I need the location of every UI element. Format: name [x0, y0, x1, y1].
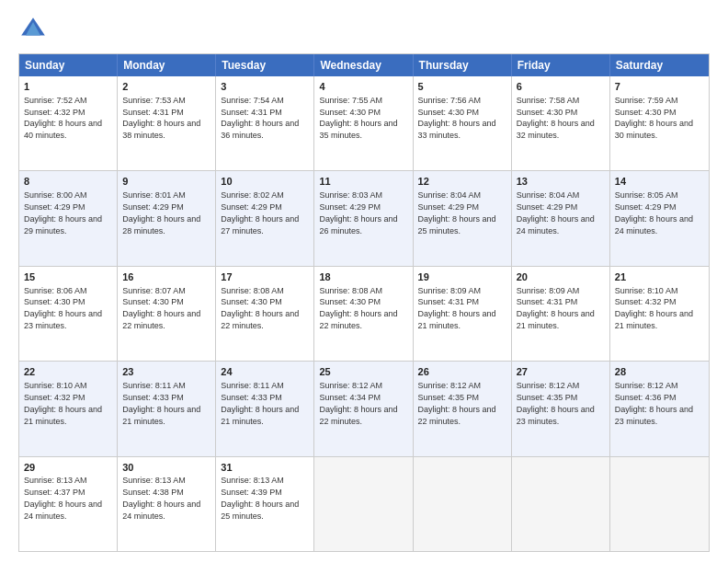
calendar-cell-25: 25Sunrise: 8:12 AM Sunset: 4:34 PM Dayli… — [314, 362, 413, 455]
day-number: 14 — [615, 175, 704, 189]
calendar-cell-empty-4-5 — [512, 457, 610, 551]
header-day-monday: Monday — [118, 54, 216, 76]
cell-info: Sunrise: 8:00 AM Sunset: 4:29 PM Dayligh… — [24, 190, 102, 235]
calendar-cell-16: 16Sunrise: 8:07 AM Sunset: 4:30 PM Dayli… — [118, 267, 216, 361]
calendar-cell-7: 7Sunrise: 7:59 AM Sunset: 4:30 PM Daylig… — [610, 76, 709, 170]
day-number: 5 — [418, 80, 506, 94]
calendar-cell-26: 26Sunrise: 8:12 AM Sunset: 4:35 PM Dayli… — [414, 362, 512, 455]
day-number: 20 — [517, 270, 605, 284]
cell-info: Sunrise: 8:10 AM Sunset: 4:32 PM Dayligh… — [615, 286, 693, 330]
calendar-cell-10: 10Sunrise: 8:02 AM Sunset: 4:29 PM Dayli… — [216, 171, 314, 265]
calendar-header: SundayMondayTuesdayWednesdayThursdayFrid… — [19, 54, 709, 76]
day-number: 27 — [517, 365, 605, 379]
day-number: 11 — [319, 175, 407, 189]
calendar-cell-31: 31Sunrise: 8:13 AM Sunset: 4:39 PM Dayli… — [216, 457, 314, 551]
calendar-row-4: 29Sunrise: 8:13 AM Sunset: 4:37 PM Dayli… — [19, 456, 709, 551]
day-number: 13 — [517, 175, 605, 189]
calendar-cell-4: 4Sunrise: 7:55 AM Sunset: 4:30 PM Daylig… — [314, 76, 413, 170]
cell-info: Sunrise: 8:10 AM Sunset: 4:32 PM Dayligh… — [24, 381, 102, 425]
calendar-cell-30: 30Sunrise: 8:13 AM Sunset: 4:38 PM Dayli… — [118, 457, 216, 551]
calendar-cell-28: 28Sunrise: 8:12 AM Sunset: 4:36 PM Dayli… — [610, 362, 709, 455]
day-number: 12 — [418, 175, 506, 189]
calendar-cell-3: 3Sunrise: 7:54 AM Sunset: 4:31 PM Daylig… — [216, 76, 314, 170]
header-day-tuesday: Tuesday — [216, 54, 314, 76]
day-number: 18 — [319, 270, 407, 284]
day-number: 3 — [221, 80, 309, 94]
calendar-cell-23: 23Sunrise: 8:11 AM Sunset: 4:33 PM Dayli… — [118, 362, 216, 455]
cell-info: Sunrise: 8:11 AM Sunset: 4:33 PM Dayligh… — [221, 381, 299, 425]
cell-info: Sunrise: 8:01 AM Sunset: 4:29 PM Dayligh… — [122, 190, 200, 235]
page: SundayMondayTuesdayWednesdayThursdayFrid… — [0, 0, 728, 563]
day-number: 7 — [615, 80, 704, 94]
calendar-cell-18: 18Sunrise: 8:08 AM Sunset: 4:30 PM Dayli… — [314, 267, 413, 361]
header — [18, 15, 710, 44]
cell-info: Sunrise: 7:55 AM Sunset: 4:30 PM Dayligh… — [319, 96, 397, 140]
calendar-row-0: 1Sunrise: 7:52 AM Sunset: 4:32 PM Daylig… — [19, 76, 709, 170]
day-number: 8 — [24, 175, 112, 189]
day-number: 6 — [517, 80, 605, 94]
cell-info: Sunrise: 7:52 AM Sunset: 4:32 PM Dayligh… — [24, 96, 102, 140]
cell-info: Sunrise: 8:13 AM Sunset: 4:37 PM Dayligh… — [24, 476, 102, 520]
day-number: 10 — [221, 175, 309, 189]
calendar-cell-6: 6Sunrise: 7:58 AM Sunset: 4:30 PM Daylig… — [512, 76, 610, 170]
day-number: 1 — [24, 80, 112, 94]
cell-info: Sunrise: 8:11 AM Sunset: 4:33 PM Dayligh… — [122, 381, 200, 425]
day-number: 26 — [418, 365, 506, 379]
header-day-sunday: Sunday — [19, 54, 118, 76]
calendar-cell-17: 17Sunrise: 8:08 AM Sunset: 4:30 PM Dayli… — [216, 267, 314, 361]
cell-info: Sunrise: 7:53 AM Sunset: 4:31 PM Dayligh… — [122, 96, 200, 140]
cell-info: Sunrise: 7:54 AM Sunset: 4:31 PM Dayligh… — [221, 96, 299, 140]
day-number: 19 — [418, 270, 506, 284]
calendar-cell-20: 20Sunrise: 8:09 AM Sunset: 4:31 PM Dayli… — [512, 267, 610, 361]
day-number: 29 — [24, 461, 112, 475]
calendar-cell-29: 29Sunrise: 8:13 AM Sunset: 4:37 PM Dayli… — [19, 457, 118, 551]
day-number: 16 — [122, 270, 210, 284]
logo-icon — [18, 15, 48, 44]
calendar-cell-empty-4-4 — [414, 457, 512, 551]
calendar-cell-19: 19Sunrise: 8:09 AM Sunset: 4:31 PM Dayli… — [414, 267, 512, 361]
cell-info: Sunrise: 7:56 AM Sunset: 4:30 PM Dayligh… — [418, 96, 496, 140]
cell-info: Sunrise: 8:08 AM Sunset: 4:30 PM Dayligh… — [221, 286, 299, 330]
cell-info: Sunrise: 8:12 AM Sunset: 4:35 PM Dayligh… — [517, 381, 595, 425]
calendar-cell-9: 9Sunrise: 8:01 AM Sunset: 4:29 PM Daylig… — [118, 171, 216, 265]
cell-info: Sunrise: 8:05 AM Sunset: 4:29 PM Dayligh… — [615, 190, 693, 235]
calendar-cell-8: 8Sunrise: 8:00 AM Sunset: 4:29 PM Daylig… — [19, 171, 118, 265]
calendar-cell-empty-4-3 — [314, 457, 413, 551]
day-number: 31 — [221, 461, 309, 475]
cell-info: Sunrise: 8:06 AM Sunset: 4:30 PM Dayligh… — [24, 286, 102, 330]
calendar-cell-27: 27Sunrise: 8:12 AM Sunset: 4:35 PM Dayli… — [512, 362, 610, 455]
day-number: 21 — [615, 270, 704, 284]
cell-info: Sunrise: 7:59 AM Sunset: 4:30 PM Dayligh… — [615, 96, 693, 140]
day-number: 24 — [221, 365, 309, 379]
calendar: SundayMondayTuesdayWednesdayThursdayFrid… — [18, 53, 710, 552]
calendar-cell-5: 5Sunrise: 7:56 AM Sunset: 4:30 PM Daylig… — [414, 76, 512, 170]
cell-info: Sunrise: 8:07 AM Sunset: 4:30 PM Dayligh… — [122, 286, 200, 330]
calendar-body: 1Sunrise: 7:52 AM Sunset: 4:32 PM Daylig… — [19, 76, 709, 551]
calendar-cell-empty-4-6 — [610, 457, 709, 551]
day-number: 9 — [122, 175, 210, 189]
cell-info: Sunrise: 8:08 AM Sunset: 4:30 PM Dayligh… — [319, 286, 397, 330]
cell-info: Sunrise: 8:04 AM Sunset: 4:29 PM Dayligh… — [517, 190, 595, 235]
day-number: 25 — [319, 365, 407, 379]
header-day-saturday: Saturday — [610, 54, 709, 76]
cell-info: Sunrise: 8:13 AM Sunset: 4:38 PM Dayligh… — [122, 476, 200, 520]
cell-info: Sunrise: 8:12 AM Sunset: 4:36 PM Dayligh… — [615, 381, 693, 425]
calendar-row-2: 15Sunrise: 8:06 AM Sunset: 4:30 PM Dayli… — [19, 266, 709, 361]
header-day-thursday: Thursday — [414, 54, 512, 76]
calendar-cell-13: 13Sunrise: 8:04 AM Sunset: 4:29 PM Dayli… — [512, 171, 610, 265]
cell-info: Sunrise: 8:02 AM Sunset: 4:29 PM Dayligh… — [221, 190, 299, 235]
header-day-friday: Friday — [512, 54, 610, 76]
cell-info: Sunrise: 7:58 AM Sunset: 4:30 PM Dayligh… — [517, 96, 595, 140]
calendar-cell-22: 22Sunrise: 8:10 AM Sunset: 4:32 PM Dayli… — [19, 362, 118, 455]
calendar-cell-15: 15Sunrise: 8:06 AM Sunset: 4:30 PM Dayli… — [19, 267, 118, 361]
calendar-cell-1: 1Sunrise: 7:52 AM Sunset: 4:32 PM Daylig… — [19, 76, 118, 170]
calendar-cell-11: 11Sunrise: 8:03 AM Sunset: 4:29 PM Dayli… — [314, 171, 413, 265]
cell-info: Sunrise: 8:09 AM Sunset: 4:31 PM Dayligh… — [418, 286, 496, 330]
cell-info: Sunrise: 8:09 AM Sunset: 4:31 PM Dayligh… — [517, 286, 595, 330]
calendar-cell-14: 14Sunrise: 8:05 AM Sunset: 4:29 PM Dayli… — [610, 171, 709, 265]
day-number: 17 — [221, 270, 309, 284]
cell-info: Sunrise: 8:12 AM Sunset: 4:35 PM Dayligh… — [418, 381, 496, 425]
day-number: 2 — [122, 80, 210, 94]
calendar-row-1: 8Sunrise: 8:00 AM Sunset: 4:29 PM Daylig… — [19, 170, 709, 265]
day-number: 30 — [122, 461, 210, 475]
